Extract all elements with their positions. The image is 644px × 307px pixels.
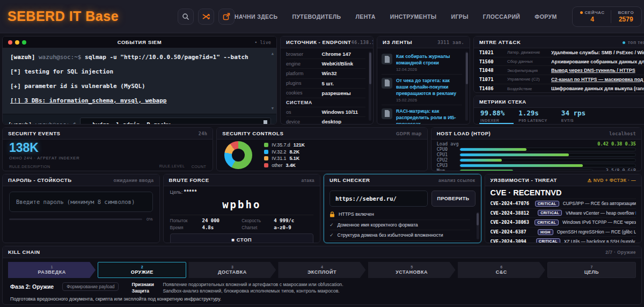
feed-item-title[interactable]: Как собирать журналы командной строки <box>396 54 450 65</box>
nav-glossary[interactable]: ГЛОССАРИЙ <box>483 13 520 20</box>
brute-panel-title: BRUTE FORCE <box>169 177 209 183</box>
url-check-item: ✓Структура домена без избыточной вложенн… <box>330 230 470 241</box>
mitre-table: T1021Латер. движениеУдалённые службы: SM… <box>474 48 644 93</box>
feed-item[interactable]: Как собирать журналы командной строки12.… <box>382 50 462 75</box>
close-window-icon[interactable] <box>8 40 12 45</box>
endpoint-scrollbar[interactable] <box>369 52 371 121</box>
dashboard-main: СОБЫТИЯ SIEM • live [wazuh] wazuh@soc:~$… <box>0 33 644 307</box>
security-controls-badge: GDPR map <box>396 131 422 136</box>
phase-facts: ПризнакиПоявление подозрительных вложени… <box>131 282 343 294</box>
phase-exploit[interactable]: 4ЭКСПЛОЙТ <box>278 262 365 278</box>
feed-panel: ИЗ ЛЕНТЫ 3311 зап. Как собирать журналы … <box>377 36 470 125</box>
password-strength-panel: ПАРОЛЬ - СТОЙКОСТЬ ожидание ввода 0% <box>2 174 160 243</box>
threat-source-badge: ⚠NVD + ФСТЭК · — <box>588 178 636 183</box>
severity-badge: CRITICAL <box>535 220 559 225</box>
phase-recon[interactable]: 1РАЗВЕДКА <box>8 262 96 278</box>
terminal-command-input[interactable]: hydra -l admin -P rocky <box>80 118 271 125</box>
nav-feed[interactable]: ЛЕНТА <box>355 13 375 20</box>
endpoint-panel: ИСТОЧНИК - ENDPOINT 46.138.191.124 brows… <box>280 36 374 125</box>
events-count-value: 138K <box>9 142 206 154</box>
endpoint-table[interactable]: browserChrome 147 engineWebKit/Blink pla… <box>281 48 373 124</box>
nav-guide[interactable]: ПУТЕВОДИТЕЛЬ <box>292 13 341 20</box>
url-scrollbar[interactable] <box>477 212 479 239</box>
terminal-input-value: hydra -l admin -P rocky <box>92 121 170 125</box>
security-controls-header: SECURITY CONTROLS GDPR map <box>217 128 427 140</box>
scroll-down-icon[interactable]: ▼ <box>272 106 274 111</box>
feed-item-title[interactable]: RACI-матрица: как распределить роли в ИБ… <box>396 108 456 124</box>
nav-start-here[interactable]: НАЧНИ ЗДЕСЬ <box>235 13 277 20</box>
endpoint-row: devicedesktop <box>286 117 365 124</box>
mem-bar-track <box>459 169 593 172</box>
document-icon <box>382 54 392 64</box>
kill-chain-phases: 1РАЗВЕДКА 2ОРУЖИЕ 3ДОСТАВКА 4ЭКСПЛОЙТ 5У… <box>3 258 641 280</box>
security-events-body: 138K ОКНО 24Ч · АГРЕГАТ INDEXER RULE.DES… <box>3 140 213 171</box>
search-button[interactable] <box>178 9 194 25</box>
strength-track <box>9 218 142 220</box>
security-events-title: SECURITY EVENTS <box>8 130 61 136</box>
password-panel-header: ПАРОЛЬ - СТОЙКОСТЬ ожидание ввода <box>3 174 159 186</box>
brute-current-word: wpbho <box>170 199 314 210</box>
mitre-technique-link[interactable]: Вывод через DNS-туннель / HTTPS <box>551 68 635 73</box>
cve-row[interactable]: CVE-2024-3094CRITICALXZ Utils — backdoor… <box>491 236 636 243</box>
phase-installation[interactable]: 5УСТАНОВКА <box>368 262 456 278</box>
main-nav: НАЧНИ ЗДЕСЬ ПУТЕВОДИТЕЛЬ ЛЕНТА ИНСТРУМЕН… <box>235 13 557 20</box>
terminal-command: sqlmap -u "http://10.0.0.50/page?id=1" -… <box>85 54 248 61</box>
stat-total-value: 2579 <box>619 16 633 23</box>
feed-list[interactable]: Как собирать журналы командной строки12.… <box>377 48 470 124</box>
external-link-icon <box>223 13 230 20</box>
mitre-panel: MITRE ATT&CK топ техник · MITRE T1021Лат… <box>473 36 644 93</box>
brute-stat: Charseta-z0-9 <box>241 225 313 230</box>
brute-stat: Попыток24 000 <box>170 218 242 223</box>
stop-button[interactable]: ■ СТОП <box>170 233 314 243</box>
app-logo[interactable]: SEBERD IT Base <box>8 9 119 24</box>
cve-row[interactable]: CVE-2024-38063CRITICALWindows IPv6 TCP/I… <box>491 217 636 227</box>
feed-item-title[interactable]: От чека до таргета: как ваши офлайн-поку… <box>396 78 456 96</box>
check-url-button[interactable]: ПРОВЕРИТЬ <box>431 191 475 207</box>
online-dot-icon <box>580 11 583 14</box>
feed-item[interactable]: RACI-матрица: как распределить роли в ИБ… <box>382 105 462 124</box>
stat-total-label: ВСЕГО <box>618 10 634 15</box>
maximize-window-icon[interactable] <box>22 40 26 45</box>
mem-bar-row: Mem 3.5/8.0 GiB <box>437 168 636 171</box>
url-body: ПРОВЕРИТЬ HTTPS включен ✓Доменное имя ко… <box>324 186 481 243</box>
nav-games[interactable]: ИГРЫ <box>451 13 468 20</box>
nav-tools[interactable]: ИНСТРУМЕНТЫ <box>390 13 437 20</box>
feed-item[interactable]: От чека до таргета: как ваши офлайн-поку… <box>382 75 462 105</box>
col-count: COUNT <box>192 164 207 169</box>
feed-item-date: 15.02.2026 <box>396 98 462 103</box>
phase-delivery[interactable]: 3ДОСТАВКА <box>188 262 276 278</box>
terminal-output[interactable]: [wazuh] wazuh@soc:~$ sqlmap -u "http://1… <box>3 48 276 114</box>
password-input[interactable] <box>9 192 153 212</box>
scroll-up-icon[interactable]: ▲ <box>272 52 274 56</box>
brute-body: Цель: ***** wpbho Попыток24 000 Скорость… <box>164 186 320 243</box>
endpoint-row: osWindows 10/11 <box>286 107 365 117</box>
stats-divider <box>611 10 611 23</box>
host-load-header: HOST LOAD (HTOP) localhost <box>431 128 641 140</box>
cve-row[interactable]: CVE-2024-47076CRITICALCUPS/IPP — RCE без… <box>491 199 636 208</box>
minimize-window-icon[interactable] <box>15 40 19 45</box>
url-input[interactable] <box>330 191 428 207</box>
nav-forum[interactable]: ФОРУМ <box>535 13 557 20</box>
phase-weaponization[interactable]: 2ОРУЖИЕ <box>98 262 186 278</box>
terminal-line: [wazuh] wazuh@soc:~$ sqlmap -u "http://1… <box>10 54 269 61</box>
cpu-bar-row: CPU1 <box>437 152 636 157</box>
threat-body: CVE · RECENTNVD CVE-2024-47076CRITICALCU… <box>485 186 642 243</box>
brute-stat: Время4.8s <box>170 225 242 230</box>
cve-row[interactable]: CVE-2024-6387HIGHOpenSSH regreSSHion — R… <box>491 227 636 237</box>
phase-objective[interactable]: 7ЦЕЛЬ <box>547 262 636 278</box>
legend-swatch <box>264 163 268 167</box>
url-form: ПРОВЕРИТЬ <box>330 191 475 207</box>
stack-metrics-panel: МЕТРИКИ СТЕКА stack 99.88%INDEXER 1.29sP… <box>473 96 644 125</box>
kill-chain-panel: KILL CHAIN 2/7 · Оружие 1РАЗВЕДКА 2ОРУЖИ… <box>2 246 642 305</box>
cpu-bar-fill <box>460 164 583 167</box>
terminal-scrollbar[interactable]: ▲ ▼ <box>272 52 274 111</box>
phase-c2[interactable]: 6C&C <box>458 262 545 278</box>
stat-now-value: 4 <box>590 16 594 23</box>
metric-indexer: 99.88%INDEXER <box>480 109 504 123</box>
document-icon <box>382 78 392 89</box>
shuffle-button[interactable] <box>198 9 214 25</box>
feed-scrollbar[interactable] <box>465 52 468 121</box>
external-link-button[interactable] <box>218 9 235 25</box>
mitre-technique-link[interactable]: C2-канал по HTTPS — маскировка под легит… <box>551 77 644 82</box>
cve-row[interactable]: CVE-2024-38812CRITICALVMware vCenter — h… <box>491 208 636 218</box>
